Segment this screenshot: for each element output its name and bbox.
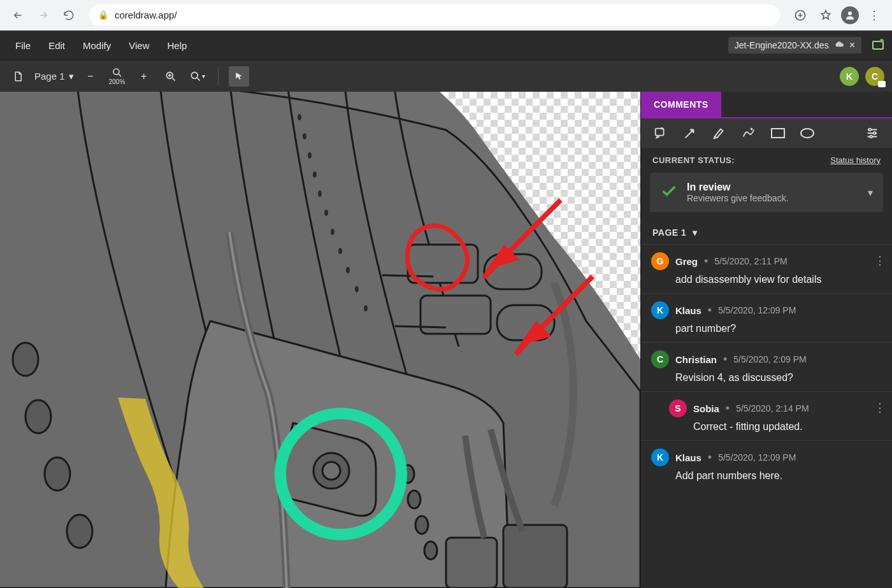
settings-sliders-icon[interactable] [864,125,881,141]
comment-author: Klaus [675,305,701,316]
filename: Jet-Engine2020-XX.des [735,40,829,50]
comment-timestamp: 5/5/2020, 12:09 PM [718,305,796,315]
page-icon[interactable] [8,66,28,87]
zoom-out-button[interactable]: − [80,66,101,87]
svg-point-49 [870,136,872,138]
status-label: CURRENT STATUS: [652,155,735,165]
comment-body: Add part numbers here. [675,470,882,482]
tab-comments[interactable]: COMMENTS [641,92,721,117]
reload-button[interactable] [59,5,79,25]
close-file-icon[interactable]: × [849,39,855,51]
comment-body: add disassembly view for details [675,274,882,285]
svg-point-46 [801,129,814,138]
svg-point-24 [67,515,92,548]
comments-panel: COMMENTS CURRENT STATUS: Status history … [640,92,892,588]
status-card[interactable]: In review Reviewers give feedback. ▾ [650,173,883,212]
note-tool-icon[interactable] [652,125,669,141]
comment-timestamp: 5/5/2020, 12:09 PM [718,452,796,463]
svg-point-1 [848,11,852,15]
chat-badge-icon [878,81,886,87]
comment-author: Greg [675,256,698,267]
svg-rect-37 [503,525,567,588]
comment-avatar: K [651,448,669,466]
kebab-icon[interactable]: ⋮ [864,5,884,25]
highlighter-tool-icon[interactable] [711,125,728,141]
menu-file[interactable]: File [6,36,40,55]
browser-toolbar: 🔒 coreldraw.app/ ⋮ [0,0,892,31]
comment-item[interactable]: GGreg•5/5/2020, 2:11 PM⋮add disassembly … [641,244,892,293]
svg-point-4 [113,69,119,75]
svg-point-18 [346,267,350,273]
chevron-down-icon: ▾ [69,71,74,82]
svg-point-28 [424,541,437,559]
annotation-toolbar [641,118,892,148]
menu-help[interactable]: Help [158,36,196,55]
comment-more-icon[interactable]: ⋮ [874,254,886,268]
page-selector[interactable]: Page 1 ▾ [34,71,74,82]
file-chip[interactable]: Jet-Engine2020-XX.des × [728,37,861,54]
comment-page-selector[interactable]: PAGE 1 ▾ [641,221,892,244]
status-history-link[interactable]: Status history [830,155,881,165]
svg-point-26 [408,491,421,508]
comment-timestamp: 5/5/2020, 2:14 PM [736,403,809,413]
svg-point-15 [324,210,328,216]
chevron-down-icon: ▾ [693,227,698,238]
comment-item[interactable]: CChristian•5/5/2020, 2:09 PMRevision 4, … [641,342,892,391]
collab-avatar-c[interactable]: C [865,67,884,86]
rectangle-tool-icon[interactable] [770,125,786,141]
svg-point-20 [364,305,368,312]
zoom-tool-button[interactable]: ▾ [187,66,208,87]
zoom-fit-button[interactable] [161,66,181,87]
comment-avatar: K [651,301,669,319]
svg-point-12 [308,152,312,159]
comment-author: Klaus [675,452,701,463]
ellipse-tool-icon[interactable] [799,125,816,141]
menu-modify[interactable]: Modify [74,36,120,55]
forward-button[interactable] [33,5,54,25]
check-icon [660,182,678,203]
pointer-tool-button[interactable] [229,66,249,87]
panel-tabs: COMMENTS [641,92,892,118]
address-bar[interactable]: 🔒 coreldraw.app/ [89,4,780,26]
app-menubar: File Edit Modify View Help Jet-Engine202… [0,31,892,60]
collab-avatar-k[interactable]: K [840,67,859,86]
comment-body: Revision 4, as discussed? [675,372,882,384]
comment-timestamp: 5/5/2020, 2:11 PM [714,256,787,266]
svg-point-48 [874,132,876,134]
svg-point-13 [313,171,317,178]
menu-edit[interactable]: Edit [40,36,74,55]
svg-point-11 [303,133,306,140]
arrow-tool-icon[interactable] [682,125,698,141]
star-icon[interactable] [816,5,836,25]
svg-point-16 [331,229,334,235]
zoom-indicator[interactable]: 200% [107,67,127,85]
svg-line-34 [395,326,446,327]
url-text: coreldraw.app/ [115,10,177,20]
comment-author: Sobia [693,403,719,414]
svg-line-33 [382,275,433,276]
profile-avatar[interactable] [841,6,859,24]
lock-icon: 🔒 [98,10,108,20]
back-button[interactable] [8,5,28,25]
drawing-canvas[interactable] [0,92,640,588]
comment-item[interactable]: KKlaus•5/5/2020, 12:09 PMpart number? [641,293,892,342]
svg-point-14 [318,190,322,197]
presence-icon[interactable] [870,37,886,54]
svg-rect-38 [446,538,497,588]
comment-timestamp: 5/5/2020, 2:09 PM [733,354,806,364]
zoom-in-button[interactable]: + [134,66,154,87]
comment-avatar: G [651,252,669,270]
svg-point-36 [322,462,340,480]
comment-item[interactable]: SSobia•5/5/2020, 2:14 PM⋮Correct - fitti… [641,391,892,440]
menu-view[interactable]: View [120,36,158,55]
cloud-icon [834,40,844,50]
svg-point-6 [191,72,198,78]
comment-item[interactable]: KKlaus•5/5/2020, 12:09 PMAdd part number… [641,440,892,489]
svg-point-47 [869,129,872,131]
freehand-tool-icon[interactable] [740,125,757,141]
svg-point-17 [338,248,342,254]
add-tab-icon[interactable] [790,5,810,25]
svg-point-23 [45,457,70,491]
comment-author: Christian [675,354,717,365]
comment-more-icon[interactable]: ⋮ [874,401,886,415]
